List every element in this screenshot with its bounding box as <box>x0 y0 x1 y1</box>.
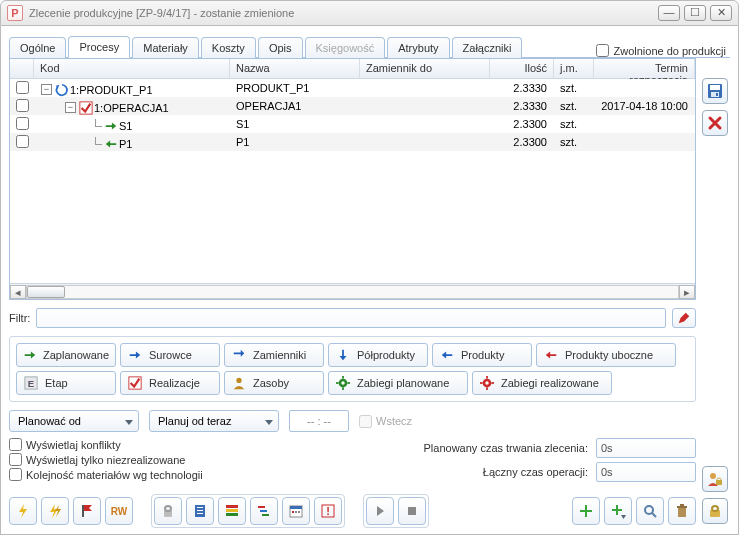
row-checkbox[interactable] <box>16 81 29 94</box>
col-termin[interactable]: Termin rozpoczęcia <box>594 59 695 78</box>
table-row[interactable]: P1P12.3300szt. <box>10 133 695 151</box>
tb-list-color[interactable] <box>218 497 246 525</box>
svg-rect-28 <box>165 506 171 511</box>
btn-produkty-uboczne[interactable]: Produkty uboczne <box>536 343 676 367</box>
svg-rect-34 <box>226 509 238 512</box>
tb-stop[interactable] <box>398 497 426 525</box>
tab-procesy[interactable]: Procesy <box>68 36 130 58</box>
btn-zabiegi-planowane[interactable]: Zabiegi planowane <box>328 371 468 395</box>
expander[interactable]: − <box>65 102 76 113</box>
flag-icon <box>79 503 95 519</box>
row-checkbox[interactable] <box>16 135 29 148</box>
filter-clear-button[interactable] <box>672 308 696 328</box>
doc-icon <box>192 503 208 519</box>
bolt-icon <box>15 503 31 519</box>
save-button[interactable] <box>702 78 728 104</box>
tb-zoom[interactable] <box>636 497 664 525</box>
btn-etap[interactable]: EEtap <box>16 371 116 395</box>
tab-ogólne[interactable]: Ogólne <box>9 37 66 58</box>
release-to-production-check[interactable]: Zwolnione do produkcji <box>596 44 730 57</box>
tb-calendar[interactable] <box>282 497 310 525</box>
btn-zasoby[interactable]: Zasoby <box>224 371 324 395</box>
row-kod: P1 <box>119 138 132 150</box>
show-unrealized-check[interactable]: Wyświetlaj tylko niezrealizowane <box>9 453 203 466</box>
tab-opis[interactable]: Opis <box>258 37 303 58</box>
plan-direction-combo[interactable]: Planować od <box>9 410 139 432</box>
col-zamiennik[interactable]: Zamiennik do <box>360 59 490 78</box>
tb-warn[interactable]: ! <box>314 497 342 525</box>
tb-add[interactable] <box>572 497 600 525</box>
row-zamiennik <box>360 141 490 143</box>
tb-flash-group[interactable] <box>41 497 69 525</box>
col-kod[interactable]: Kod <box>34 59 230 78</box>
plus-dropdown-icon <box>610 503 626 519</box>
show-conflicts-check[interactable]: Wyświetlaj konflikty <box>9 438 203 451</box>
svg-rect-12 <box>342 387 344 390</box>
horizontal-scrollbar[interactable]: ◂▸ <box>10 283 695 299</box>
svg-rect-50 <box>677 506 687 508</box>
tb-rw[interactable]: RW <box>105 497 133 525</box>
row-jm: szt. <box>554 135 594 149</box>
row-checkbox[interactable] <box>16 117 29 130</box>
swap-icon <box>231 347 247 363</box>
tb-add-menu[interactable] <box>604 497 632 525</box>
btn-label: Zabiegi realizowane <box>501 377 599 389</box>
tb-flash1[interactable] <box>9 497 37 525</box>
btn-zabiegi-realizowane[interactable]: Zabiegi realizowane <box>472 371 612 395</box>
tb-play[interactable] <box>366 497 394 525</box>
tb-lock[interactable] <box>154 497 182 525</box>
tb-gantt[interactable] <box>250 497 278 525</box>
row-ilosc: 2.3300 <box>490 117 554 131</box>
table-header: Kod Nazwa Zamiennik do Ilość j.m. Termin… <box>10 59 695 79</box>
tab-atrybuty[interactable]: Atrybuty <box>387 37 449 58</box>
tb-trash[interactable] <box>668 497 696 525</box>
tab-koszty[interactable]: Koszty <box>201 37 256 58</box>
operation-duration-value[interactable] <box>596 462 696 482</box>
bottom-toolbar: RW ! <box>9 496 696 526</box>
maximize-button[interactable]: ☐ <box>684 5 706 21</box>
btn-zaplanowane[interactable]: Zaplanowane <box>16 343 116 367</box>
tab-materiały[interactable]: Materiały <box>132 37 199 58</box>
delete-button[interactable] <box>702 110 728 136</box>
btn-surowce[interactable]: Surowce <box>120 343 220 367</box>
lock-button[interactable] <box>702 498 728 524</box>
lock-icon <box>707 503 723 519</box>
btn-polprodukty[interactable]: Półprodukty <box>328 343 428 367</box>
arrow-left-icon <box>439 347 455 363</box>
tab-załączniki[interactable]: Załączniki <box>452 37 523 58</box>
bolt-stack-icon <box>47 503 63 519</box>
planned-duration-value[interactable] <box>596 438 696 458</box>
table-row[interactable]: − 1:OPERACJA1OPERACJA12.3330szt.2017-04-… <box>10 97 695 115</box>
close-button[interactable]: ✕ <box>710 5 732 21</box>
col-ilosc[interactable]: Ilość <box>490 59 554 78</box>
col-jm[interactable]: j.m. <box>554 59 594 78</box>
tab-strip: OgólneProcesyMateriałyKosztyOpisKsięgowo… <box>9 34 730 58</box>
tb-flag[interactable] <box>73 497 101 525</box>
btn-realizacje[interactable]: Realizacje <box>120 371 220 395</box>
expander[interactable]: − <box>41 84 52 95</box>
filter-input[interactable] <box>36 308 666 328</box>
row-checkbox[interactable] <box>16 99 29 112</box>
tb-doc-blue[interactable] <box>186 497 214 525</box>
btn-zamienniki[interactable]: Zamienniki <box>224 343 324 367</box>
row-kod: 1:PRODUKT_P1 <box>70 84 153 96</box>
btn-label: Półprodukty <box>357 349 415 361</box>
check-icon <box>79 101 93 115</box>
btn-produkty[interactable]: Produkty <box>432 343 532 367</box>
release-checkbox[interactable] <box>596 44 609 57</box>
play-icon <box>372 503 388 519</box>
table-row[interactable]: − 1:PRODUKT_P1PRODUKT_P12.3330szt. <box>10 79 695 97</box>
plan-from-combo[interactable]: Planuj od teraz <box>149 410 279 432</box>
row-ilosc: 2.3330 <box>490 99 554 113</box>
svg-rect-25 <box>712 506 718 511</box>
svg-rect-42 <box>295 511 297 513</box>
btn-label: Produkty <box>461 349 504 361</box>
svg-rect-30 <box>197 507 203 508</box>
user-lock-button[interactable] <box>702 466 728 492</box>
col-nazwa[interactable]: Nazwa <box>230 59 360 78</box>
plan-time-input[interactable] <box>289 410 349 432</box>
svg-point-47 <box>645 506 653 514</box>
material-order-check[interactable]: Kolejność materiałów wg technologii <box>9 468 203 481</box>
minimize-button[interactable]: — <box>658 5 680 21</box>
table-row[interactable]: S1S12.3300szt. <box>10 115 695 133</box>
